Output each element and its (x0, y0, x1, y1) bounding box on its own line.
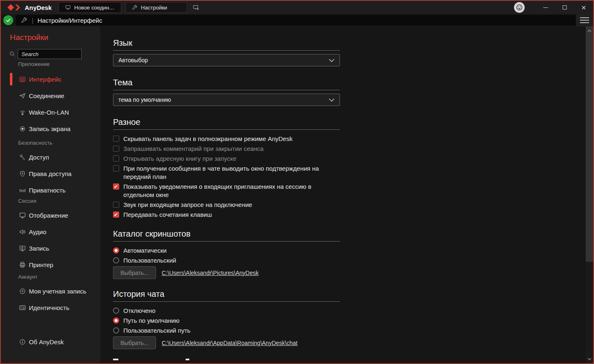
sidebar-item-connection[interactable]: Соединение (1, 87, 100, 104)
section-theme-title: Тема (113, 77, 340, 90)
wrench-icon (21, 17, 28, 24)
address-field[interactable]: | Настройки/Интерфейс (16, 15, 576, 26)
wifi-power-icon (19, 109, 26, 116)
sidebar-item-about[interactable]: Об AnyDesk (1, 333, 100, 350)
anydesk-logo-icon (7, 4, 21, 11)
active-item-accent-bar (10, 73, 12, 85)
chat-path-row: Выбрать... C:\Users\Aleksandr\AppData\Ro… (113, 336, 586, 349)
checkbox-icon (113, 155, 119, 162)
settings-sidebar: Настройки Приложение Интерфейс Сое (1, 26, 100, 363)
checkbox-chat-foreground[interactable]: При получении сообщения в чате выводить … (113, 164, 586, 181)
scroll-up-button[interactable] (586, 27, 593, 34)
checkbox-icon (113, 136, 119, 142)
checkbox-transmit-hotkeys[interactable]: Передавать сочетания клавиш (113, 211, 586, 219)
sidebar-title: Настройки (10, 33, 48, 42)
misc-options: Скрывать панель задач в полноэкранном ре… (113, 135, 586, 219)
checkbox-checked-icon (113, 183, 119, 190)
titlebar: AnyDesk Новое соедине... Настройки (1, 1, 593, 14)
sidebar-item-recording[interactable]: Запись (1, 240, 100, 256)
settings-content: Язык Автовыбор Тема тема по умолчанию Ра… (100, 26, 586, 363)
main-menu-button[interactable] (576, 14, 593, 26)
checkbox-icon (113, 165, 119, 171)
addressbar: | Настройки/Интерфейс (1, 14, 593, 26)
checkbox-checked-icon (113, 211, 119, 218)
hamburger-icon (580, 17, 589, 18)
chat-choose-button[interactable]: Выбрать... (113, 336, 156, 349)
language-select-value: Автовыбор (118, 57, 329, 63)
sidebar-item-printer[interactable]: Принтер (1, 256, 100, 273)
radio-screenshots-auto[interactable]: Автоматически (113, 247, 586, 255)
paper-plane-icon (19, 92, 26, 99)
checkbox-open-address-book[interactable]: Открывать адресную книгу при запуске (113, 155, 586, 163)
chat-path-link[interactable]: C:\Users\Aleksandr\AppData\Roaming\AnyDe… (162, 340, 297, 346)
sidebar-item-access[interactable]: Доступ (1, 149, 100, 165)
close-button[interactable]: ✕ (574, 1, 593, 14)
info-icon (19, 338, 26, 345)
tab-new-session[interactable]: Новое соедине... (59, 2, 121, 13)
scrollbar-thumb[interactable] (586, 26, 593, 262)
key-icon (19, 154, 26, 161)
checkbox-hide-taskbar[interactable]: Скрывать панель задач в полноэкранном ре… (113, 135, 586, 143)
glasses-icon (19, 187, 26, 194)
main-area: Настройки Приложение Интерфейс Сое (1, 26, 593, 363)
section-language-title: Язык (113, 38, 340, 51)
chevron-up-icon (587, 30, 592, 32)
titlebar-right: ✕ (514, 1, 593, 14)
id-card-icon (19, 304, 26, 311)
user-face-icon (516, 4, 523, 11)
close-icon: ✕ (581, 5, 587, 11)
sidebar-group-account: Аккаунт (18, 274, 38, 280)
checkbox-ask-comment[interactable]: Запрашивать комментарий при закрытии сеа… (113, 145, 586, 153)
new-session-tab-button[interactable] (192, 4, 200, 11)
radio-selected-icon (113, 247, 119, 254)
sidebar-search (9, 49, 82, 59)
account-circle-icon (19, 288, 26, 295)
radio-icon (113, 308, 119, 314)
anydesk-window: AnyDesk Новое соедине... Настройки (0, 0, 594, 364)
radio-chat-default-path[interactable]: Путь по умолчанию (113, 317, 586, 325)
chat-history-options: Отключено Путь по умолчанию Пользователь… (113, 307, 586, 335)
monitor-plus-icon (192, 4, 200, 11)
printer-icon (19, 261, 26, 268)
theme-select[interactable]: тема по умолчанию (113, 94, 340, 106)
search-input[interactable] (18, 49, 82, 59)
address-path: Настройки/Интерфейс (38, 17, 102, 24)
sidebar-item-identity[interactable]: Идентичность (1, 299, 100, 316)
screenshot-path-row: Выбрать... C:\Users\Aleksandr\Pictures\A… (113, 266, 586, 279)
sidebar-item-interface[interactable]: Интерфейс (1, 71, 100, 87)
radio-icon (113, 257, 119, 263)
sidebar-group-application: Приложение (18, 61, 50, 67)
language-select[interactable]: Автовыбор (113, 54, 340, 66)
scroll-down-button[interactable] (586, 355, 593, 362)
sidebar-item-permissions[interactable]: Права доступа (1, 165, 100, 182)
app-title: AnyDesk (25, 4, 52, 11)
speaker-icon (19, 228, 26, 235)
checkbox-icon (113, 146, 119, 152)
sidebar-item-display[interactable]: Отображение (1, 207, 100, 223)
radio-chat-disabled[interactable]: Отключено (113, 307, 586, 315)
radio-screenshots-custom[interactable]: Пользовательский (113, 256, 586, 265)
sidebar-item-privacy[interactable]: Приватность (1, 182, 100, 198)
wrench-icon (132, 5, 138, 11)
anydesk-logo: AnyDesk (1, 4, 58, 11)
minimize-button[interactable] (536, 1, 555, 14)
maximize-button[interactable] (555, 1, 574, 14)
vertical-scrollbar[interactable] (586, 26, 593, 363)
sidebar-item-screen-recording[interactable]: Запись экрана (1, 120, 100, 137)
checkbox-session-invite-notifications[interactable]: Показывать уведомления о входящих пригла… (113, 183, 586, 199)
radio-chat-custom-path[interactable]: Пользовательский путь (113, 326, 586, 335)
checkbox-icon (113, 202, 119, 208)
shield-icon (19, 170, 26, 177)
sidebar-item-audio[interactable]: Аудио (1, 223, 100, 240)
chevron-down-icon (587, 358, 592, 360)
tab-settings[interactable]: Настройки (125, 2, 187, 13)
account-avatar[interactable] (514, 2, 525, 13)
sidebar-item-my-account[interactable]: Моя учетная запись (1, 283, 100, 299)
screenshots-choose-button[interactable]: Выбрать... (113, 266, 156, 279)
tab-new-session-label: Новое соедине... (74, 5, 115, 11)
chevron-down-icon (329, 59, 335, 62)
screenshots-path-link[interactable]: C:\Users\Aleksandr\Pictures\AnyDesk (162, 270, 259, 276)
sidebar-item-wake-on-lan[interactable]: Wake-On-LAN (1, 104, 100, 120)
status-ok-badge (3, 15, 13, 25)
checkbox-incoming-sound[interactable]: Звук при входящем запросе на подключение (113, 201, 586, 209)
